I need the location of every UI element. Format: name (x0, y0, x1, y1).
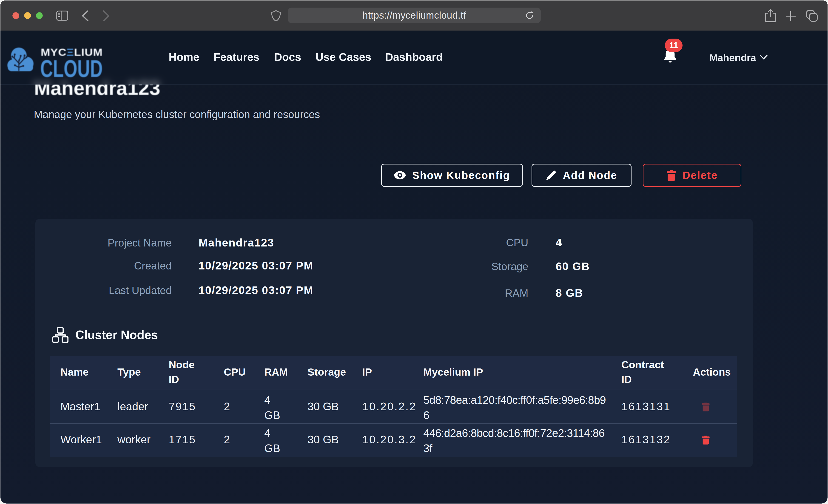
svg-text:CLOUD: CLOUD (40, 55, 103, 79)
